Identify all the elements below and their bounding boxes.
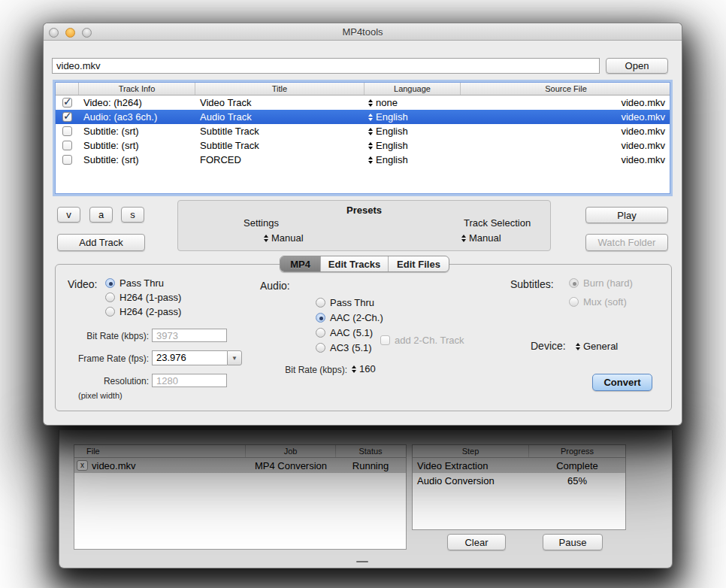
- language-value[interactable]: English: [376, 140, 408, 151]
- settings-preset-label: Settings: [244, 217, 279, 229]
- language-stepper-icon[interactable]: [368, 156, 373, 164]
- add-2ch-track-checkbox: add 2-Ch. Track: [380, 335, 464, 346]
- mp4tools-window: MP4tools Open Track Info Title Language …: [43, 23, 682, 426]
- track-row[interactable]: Subtitle: (srt) Subtitle Track English v…: [56, 124, 670, 138]
- step-header: Step: [413, 445, 529, 457]
- audio-ac3-51-radio[interactable]: AC3 (5.1): [316, 342, 372, 353]
- track-row[interactable]: Video: (h264) Video Track none video.mkv: [56, 95, 670, 110]
- file-path-input[interactable]: [52, 58, 600, 74]
- progress-row[interactable]: Audio Conversion 65%: [413, 473, 625, 488]
- popup-stepper-icon: [461, 235, 466, 242]
- audio-aac-51-radio[interactable]: AAC (5.1): [316, 327, 373, 338]
- frame-rate-label: Frame Rate (fps):: [62, 353, 149, 364]
- settings-preset-popup[interactable]: Manual: [264, 232, 304, 244]
- video-h264-2pass-radio[interactable]: H264 (2-pass): [105, 306, 181, 317]
- subtitles-section-label: Subtitles:: [510, 278, 554, 290]
- track-info-header: Track Info: [79, 83, 195, 95]
- progress-table: Step Progress Video Extraction Complete …: [412, 444, 626, 530]
- track-checkbox[interactable]: [62, 126, 72, 136]
- language-value[interactable]: English: [376, 154, 408, 165]
- track-selection-preset-label: Track Selection: [464, 217, 531, 229]
- convert-button[interactable]: Convert: [592, 374, 652, 391]
- select-audio-tracks-button[interactable]: a: [89, 207, 113, 223]
- progress-table-header: Step Progress: [413, 445, 625, 458]
- device-popup[interactable]: General: [576, 341, 618, 352]
- resize-handle[interactable]: [356, 561, 368, 562]
- language-stepper-icon[interactable]: [368, 128, 373, 135]
- step-progress: Complete: [529, 460, 625, 471]
- audio-aac-2ch-radio[interactable]: AAC (2-Ch.): [316, 312, 383, 323]
- checkbox-column-header: [56, 83, 79, 95]
- track-row[interactable]: Subtitle: (srt) FORCED English video.mkv: [56, 153, 670, 167]
- audio-bit-rate-stepper[interactable]: 160: [352, 363, 376, 374]
- resolution-hint: (pixel width): [78, 391, 123, 400]
- language-value[interactable]: none: [376, 97, 398, 108]
- tab-edit-files[interactable]: Edit Files: [389, 256, 449, 271]
- language-stepper-icon[interactable]: [368, 142, 373, 150]
- video-section-label: Video:: [68, 278, 97, 290]
- track-table-header: Track Info Title Language Source File: [56, 83, 670, 95]
- presets-box: Presets Settings Manual Track Selection …: [177, 200, 551, 251]
- track-table: Track Info Title Language Source File Vi…: [55, 82, 670, 194]
- play-button[interactable]: Play: [585, 207, 668, 223]
- tab-edit-tracks[interactable]: Edit Tracks: [321, 256, 389, 271]
- audio-pass-thru-radio[interactable]: Pass Thru: [316, 297, 374, 308]
- track-checkbox[interactable]: [62, 155, 72, 165]
- window-title: MP4tools: [44, 26, 682, 38]
- progress-row[interactable]: Video Extraction Complete: [413, 458, 625, 473]
- language-value[interactable]: English: [376, 111, 408, 123]
- subtitles-mux-radio: Mux (soft): [569, 296, 627, 308]
- desktop: MP4tools Open Track Info Title Language …: [0, 0, 726, 588]
- pause-button[interactable]: Pause: [543, 534, 603, 550]
- track-row[interactable]: Subtitle: (srt) Subtitle Track English v…: [56, 138, 670, 153]
- audio-section-label: Audio:: [260, 280, 290, 292]
- add-track-button[interactable]: Add Track: [57, 234, 145, 251]
- job-status: Running: [336, 460, 405, 471]
- step-name: Audio Conversion: [413, 475, 529, 486]
- popup-stepper-icon: [264, 235, 268, 242]
- job-row[interactable]: x video.mkv MP4 Conversion Running: [74, 458, 406, 473]
- video-pass-thru-radio[interactable]: Pass Thru: [105, 277, 164, 289]
- presets-title: Presets: [178, 205, 550, 216]
- file-header: File: [74, 445, 246, 457]
- step-progress: 65%: [529, 475, 625, 486]
- video-bit-rate-field: [152, 329, 227, 342]
- progress-header: Progress: [529, 445, 625, 457]
- track-checkbox[interactable]: [62, 141, 72, 150]
- popup-stepper-icon: [352, 365, 356, 373]
- track-selection-preset-popup[interactable]: Manual: [461, 232, 501, 244]
- track-checkbox[interactable]: [62, 112, 72, 122]
- language-header: Language: [365, 83, 461, 95]
- clear-button[interactable]: Clear: [447, 534, 506, 550]
- frame-rate-combo[interactable]: 23.976 ▼: [152, 350, 242, 365]
- job-table-header: File Job Status: [74, 445, 406, 458]
- language-stepper-icon[interactable]: [368, 114, 373, 121]
- title-header: Title: [195, 83, 365, 95]
- open-button[interactable]: Open: [606, 58, 668, 74]
- tab-mp4[interactable]: MP4: [280, 256, 321, 271]
- queue-window: File Job Status x video.mkv MP4 Conversi…: [59, 430, 673, 568]
- job-header: Job: [246, 445, 336, 457]
- device-label: Device:: [531, 340, 566, 352]
- remove-job-button[interactable]: x: [77, 460, 88, 471]
- watch-folder-button: Watch Folder: [585, 234, 668, 251]
- resolution-field: [152, 374, 227, 387]
- status-header: Status: [336, 445, 405, 457]
- select-subtitle-tracks-button[interactable]: s: [121, 207, 144, 223]
- track-row-selected[interactable]: Audio: (ac3 6ch.) Audio Track English vi…: [56, 110, 670, 124]
- subtitles-burn-radio: Burn (hard): [569, 277, 633, 289]
- audio-bit-rate-label: Bit Rate (kbps):: [259, 365, 347, 375]
- select-video-tracks-button[interactable]: v: [57, 207, 80, 223]
- job-file: video.mkv: [92, 460, 136, 471]
- track-checkbox[interactable]: [62, 98, 72, 108]
- title-bar[interactable]: MP4tools: [44, 23, 682, 41]
- mode-tabs: MP4 Edit Tracks Edit Files: [280, 256, 449, 272]
- popup-stepper-icon: [576, 343, 580, 350]
- dropdown-arrow-icon[interactable]: ▼: [227, 350, 242, 365]
- language-value[interactable]: English: [376, 126, 408, 137]
- language-stepper-icon[interactable]: [368, 99, 373, 107]
- video-h264-1pass-radio[interactable]: H264 (1-pass): [105, 292, 181, 303]
- resolution-label: Resolution:: [62, 376, 149, 386]
- video-bit-rate-label: Bit Rate (kbps):: [62, 331, 149, 341]
- step-name: Video Extraction: [413, 460, 529, 471]
